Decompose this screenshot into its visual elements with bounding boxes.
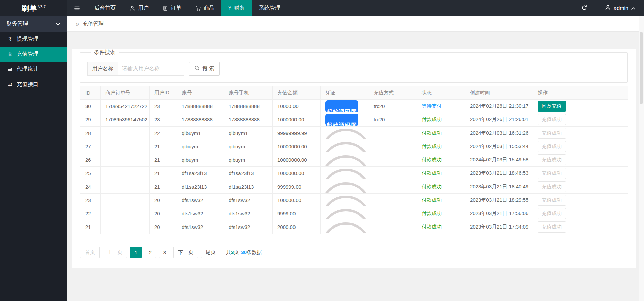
- sidebar-group-label: 财务管理: [7, 20, 56, 28]
- status-text: 付款成功: [422, 210, 442, 216]
- broken-image-arc: [325, 141, 366, 152]
- menu-toggle-button[interactable]: [67, 0, 87, 16]
- cell-phone: qibuym1: [224, 127, 273, 140]
- refresh-button[interactable]: [573, 0, 596, 16]
- column-header: 账号手机: [224, 86, 273, 100]
- sidebar-item-recharge-manage[interactable]: ฿充值管理: [0, 47, 67, 62]
- cell-action: 同意充值: [533, 100, 628, 113]
- top-navbar: 刷单 V3.7 后台首页用户订单商品¥财务系统管理 admin: [0, 0, 644, 16]
- cell-status: 付款成功: [417, 220, 465, 234]
- chevron-up-icon: [631, 5, 635, 11]
- pager-next-button[interactable]: 下一页: [173, 247, 198, 258]
- nav-item-orders[interactable]: 订单: [156, 0, 189, 16]
- sidebar-item-label: 提现管理: [17, 36, 38, 43]
- broken-image-arc: [325, 154, 366, 166]
- recharge-done-button: 充值成功: [538, 141, 566, 152]
- sidebar-item-recharge-api[interactable]: ⇄充值接口: [0, 77, 67, 92]
- user-icon: [130, 6, 135, 11]
- pager-page-button-3[interactable]: 3: [159, 247, 170, 258]
- cell-account: dfs1sw32: [177, 194, 224, 207]
- recharge-done-button: 充值成功: [538, 208, 566, 219]
- sidebar-menu: ₹提现管理฿充值管理代理统计⇄充值接口: [0, 32, 67, 92]
- cell-amount: 9999.00: [273, 207, 321, 220]
- nav-item-label: 系统管理: [259, 5, 280, 12]
- main-content: 条件搜索 用户名称 搜 索: [67, 32, 644, 301]
- recharge-done-button: 充值成功: [538, 114, 566, 125]
- cell-amount: 99999999.99: [273, 127, 321, 140]
- search-icon: [194, 65, 200, 72]
- content-card: 条件搜索 用户名称 搜 索: [72, 49, 636, 268]
- cell-method: [369, 220, 417, 234]
- cell-account: df1sa23f13: [177, 167, 224, 180]
- recharge-done-button: 充值成功: [538, 221, 566, 233]
- scrollbar[interactable]: [639, 16, 644, 301]
- nav-item-users[interactable]: 用户: [123, 0, 156, 16]
- nav-item-label: 后台首页: [94, 5, 116, 12]
- cell-voucher: [321, 153, 369, 167]
- nav-item-system[interactable]: 系统管理: [252, 0, 287, 16]
- breadcrumb-arrow-icon: »: [76, 20, 79, 28]
- scrollbar-thumb[interactable]: [640, 32, 643, 104]
- cell-method: [369, 194, 417, 207]
- nav-item-label: 订单: [171, 5, 181, 12]
- cell-user-id: 20: [150, 207, 177, 220]
- total-records: 30: [241, 249, 247, 255]
- approve-recharge-button[interactable]: 同意充值: [538, 101, 566, 112]
- order-icon: [163, 6, 168, 11]
- cell-account: qibuym: [177, 140, 224, 153]
- cell-voucher: [321, 180, 369, 194]
- cell-user-id: 23: [150, 113, 177, 127]
- status-text: 付款成功: [422, 224, 442, 230]
- area-chart-icon: [7, 67, 13, 72]
- table-row: 2822qibuym1qibuym199999999.99付款成功2024年02…: [80, 127, 628, 140]
- recharge-done-button: 充值成功: [538, 195, 566, 206]
- cell-status: 付款成功: [417, 127, 465, 140]
- table-row: 2120dfs1sw32dfs1sw322000.00付款成功2023年03月2…: [80, 220, 628, 234]
- column-header: 商户订单号: [101, 86, 150, 100]
- cell-id: 25: [80, 167, 101, 180]
- pager-page-button-1: 1: [130, 247, 142, 258]
- cell-method: [369, 207, 417, 220]
- breadcrumb: » 充值管理: [67, 16, 644, 32]
- rupee-icon: ₹: [7, 37, 13, 42]
- voucher-image[interactable]: 起始源码网: [325, 100, 358, 112]
- chevron-down-icon: [56, 21, 60, 27]
- cell-action: 充值成功: [533, 180, 628, 194]
- cell-amount: 2000.00: [273, 220, 321, 234]
- sidebar-item-agent-stats[interactable]: 代理统计: [0, 62, 67, 77]
- cell-created: 2024年02月26日 21:26:01: [465, 113, 533, 127]
- table-row: 2320dfs1sw32dfs1sw32100000.00付款成功2023年03…: [80, 194, 628, 207]
- username-input[interactable]: [118, 62, 184, 76]
- table-row: 2421df1sa23f13df1sa23f13999999.00付款成功202…: [80, 180, 628, 194]
- cell-id: 27: [80, 140, 101, 153]
- cell-account: dfs1sw32: [177, 207, 224, 220]
- cell-user-id: 22: [150, 127, 177, 140]
- cell-action: 充值成功: [533, 194, 628, 207]
- sidebar-group-finance[interactable]: 财务管理: [0, 16, 67, 32]
- table-row: 2917089539614750223178888888881788888888…: [80, 113, 628, 127]
- pager-last-button[interactable]: 尾页: [201, 247, 220, 258]
- cell-created: 2023年03月21日 18:40:49: [465, 180, 533, 194]
- username: admin: [613, 5, 628, 11]
- cell-account: qibuym: [177, 153, 224, 167]
- sidebar-item-label: 充值接口: [17, 81, 38, 88]
- cell-order-no: [101, 207, 150, 220]
- voucher-image[interactable]: 起始源码网: [325, 114, 358, 126]
- status-text: 付款成功: [422, 143, 442, 149]
- nav-item-home[interactable]: 后台首页: [87, 0, 123, 16]
- cell-phone: 17888888888: [224, 113, 273, 127]
- cell-status: 付款成功: [417, 153, 465, 167]
- cell-method: [369, 140, 417, 153]
- cell-created: 2023年03月21日 17:34:09: [465, 220, 533, 234]
- sidebar-item-label: 代理统计: [17, 66, 38, 73]
- sidebar-item-withdraw-manage[interactable]: ₹提现管理: [0, 32, 67, 47]
- user-menu[interactable]: admin: [596, 0, 644, 16]
- search-button[interactable]: 搜 索: [189, 62, 220, 76]
- cell-user-id: 23: [150, 100, 177, 113]
- nav-item-goods[interactable]: 商品: [189, 0, 221, 16]
- cell-action: 充值成功: [533, 220, 628, 234]
- cell-id: 22: [80, 207, 101, 220]
- pager-page-button-2[interactable]: 2: [145, 247, 156, 258]
- search-legend: 条件搜索: [91, 49, 119, 56]
- nav-item-finance[interactable]: ¥财务: [221, 0, 252, 16]
